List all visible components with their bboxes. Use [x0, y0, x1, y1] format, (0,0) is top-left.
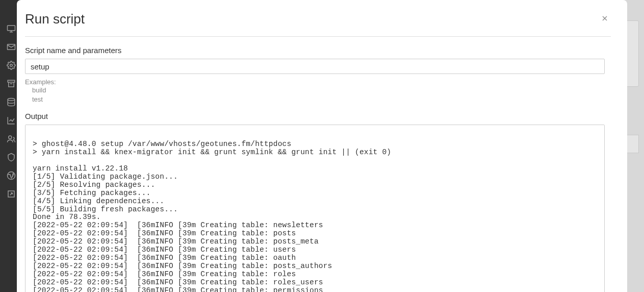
run-script-modal: Run script Script name and parameters Ex…	[17, 0, 627, 292]
examples-block: Examples: build test	[25, 78, 605, 104]
examples-label: Examples:	[25, 78, 605, 86]
output-label: Output	[25, 112, 605, 120]
modal-header: Run script	[25, 11, 611, 37]
script-input[interactable]	[25, 59, 605, 74]
modal-title: Run script	[25, 11, 85, 27]
script-input-label: Script name and parameters	[25, 46, 605, 55]
close-button[interactable]	[599, 12, 611, 26]
example-item: test	[32, 95, 605, 104]
example-item: build	[32, 86, 605, 95]
modal-body: Script name and parameters Examples: bui…	[25, 46, 611, 292]
output-console[interactable]: > ghost@4.48.0 setup /var/www/vhosts/geo…	[25, 125, 605, 292]
close-icon	[601, 16, 609, 24]
